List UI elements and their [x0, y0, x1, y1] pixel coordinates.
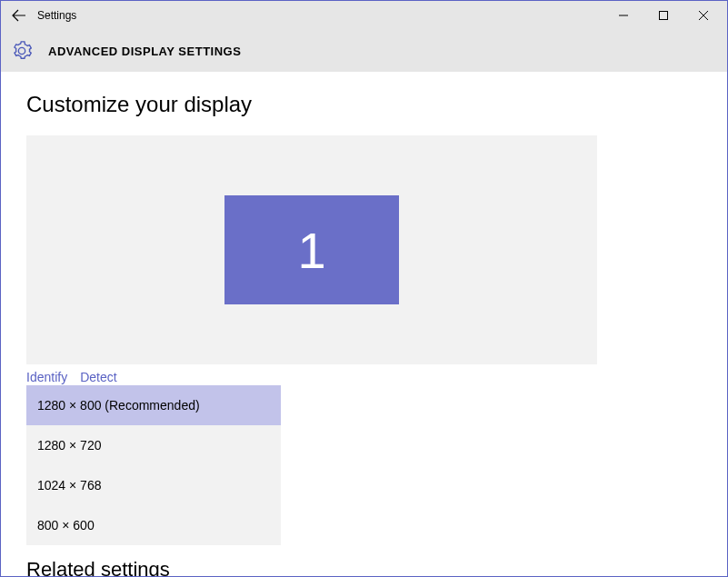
close-icon	[699, 11, 708, 20]
monitor-thumbnail[interactable]: 1	[224, 195, 399, 304]
maximize-button[interactable]	[643, 1, 683, 30]
back-button[interactable]	[5, 1, 34, 30]
resolution-option[interactable]: 1280 × 720	[26, 425, 281, 465]
header: ADVANCED DISPLAY SETTINGS	[1, 30, 727, 72]
svg-rect-1	[660, 12, 668, 20]
page-title: ADVANCED DISPLAY SETTINGS	[48, 45, 241, 58]
display-preview: 1	[26, 135, 597, 364]
minimize-button[interactable]	[603, 1, 643, 30]
minimize-icon	[619, 11, 628, 20]
window-title: Settings	[37, 9, 76, 22]
maximize-icon	[659, 11, 668, 20]
close-button[interactable]	[683, 1, 723, 30]
display-actions: Identify Detect	[26, 370, 702, 384]
resolution-option[interactable]: 1024 × 768	[26, 465, 281, 505]
related-heading: Related settings	[26, 558, 702, 577]
back-arrow-icon	[12, 8, 26, 23]
resolution-list[interactable]: 1280 × 800 (Recommended) 1280 × 720 1024…	[26, 385, 281, 545]
titlebar: Settings	[1, 1, 727, 30]
resolution-option[interactable]: 1280 × 800 (Recommended)	[26, 385, 281, 425]
detect-link[interactable]: Detect	[80, 370, 116, 384]
customize-heading: Customize your display	[26, 92, 702, 117]
resolution-option[interactable]: 800 × 600	[26, 505, 281, 545]
gear-icon	[12, 41, 32, 61]
identify-link[interactable]: Identify	[26, 370, 67, 384]
content: Customize your display 1 Identify Detect…	[1, 72, 727, 577]
